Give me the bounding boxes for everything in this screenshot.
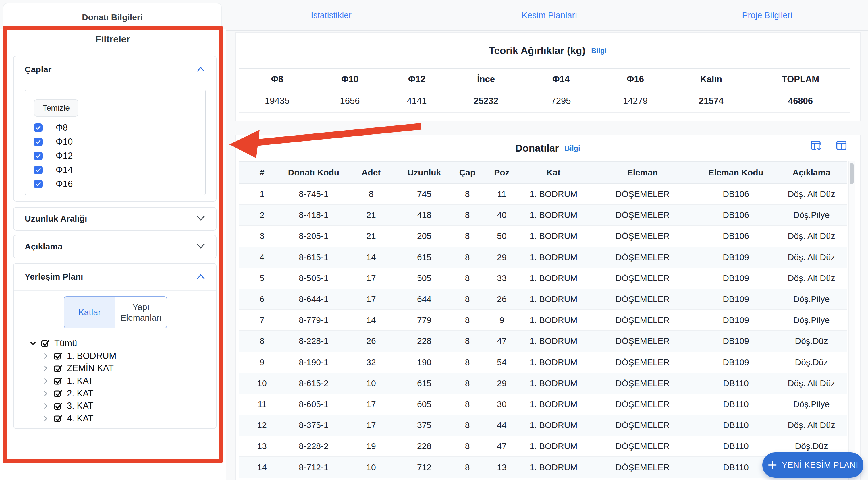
table-cell: 1 xyxy=(239,184,285,204)
scrollbar-thumb[interactable] xyxy=(849,163,854,184)
table-row[interactable]: 88-228-1262288471. BODRUMDÖŞEMELERDB109D… xyxy=(239,331,847,352)
table-cell: 8 xyxy=(448,373,486,393)
tree-checkbox-checked[interactable] xyxy=(54,376,62,385)
tree-item-label: ZEMİN KAT xyxy=(67,363,114,374)
table-row[interactable]: 38-205-1212058501. BODRUMDÖŞEMELERDB106D… xyxy=(239,226,847,247)
tree-item[interactable]: 1. BODRUM xyxy=(28,350,200,362)
table-cell: 505 xyxy=(400,268,448,289)
accordion-diameters: Çaplar Temizle Φ8Φ10Φ12Φ14Φ16 xyxy=(13,56,217,201)
rebar-column-header: # xyxy=(239,162,285,183)
table-cell: 11 xyxy=(239,394,285,415)
diameter-option[interactable]: Φ10 xyxy=(30,135,205,149)
checkbox-checked-icon[interactable] xyxy=(34,137,42,146)
tree-checkbox-checked[interactable] xyxy=(54,389,62,398)
table-row[interactable]: 68-644-1176448261. BODRUMDÖŞEMELERDB109D… xyxy=(239,289,847,310)
rebar-column-header: Kat xyxy=(518,162,589,183)
clear-filters-button[interactable]: Temizle xyxy=(34,99,79,117)
tab-donati-bilgileri[interactable]: Donatı Bilgileri xyxy=(3,3,222,31)
tree-checkbox-checked[interactable] xyxy=(54,364,62,373)
diameter-option[interactable]: Φ16 xyxy=(30,177,205,191)
table-cell: Döş.Pilye xyxy=(776,394,847,415)
table-cell: 615 xyxy=(400,247,448,267)
tree-item-root[interactable]: Tümü xyxy=(28,337,200,350)
table-cell: Döş. Alt Düz xyxy=(776,268,847,289)
table-cell: 375 xyxy=(400,415,448,436)
weights-table: Φ8Φ10Φ12İnceΦ14Φ16KalınTOPLAM 1943516564… xyxy=(239,68,850,113)
tree-checkbox-checked[interactable] xyxy=(54,402,62,411)
tree-item-label: 2. KAT xyxy=(67,388,93,399)
table-cell: 8 xyxy=(448,436,486,456)
chevron-up-icon xyxy=(196,65,205,74)
chevron-right-icon[interactable] xyxy=(41,415,51,422)
rebar-info-link[interactable]: Bilgi xyxy=(565,144,580,153)
chevron-right-icon[interactable] xyxy=(41,364,51,372)
checkbox-checked-icon[interactable] xyxy=(34,123,42,132)
diameter-option[interactable]: Φ12 xyxy=(30,149,205,163)
table-cell: 11 xyxy=(486,184,518,204)
table-row[interactable]: 108-615-2106158291. BODRUMDÖŞEMELERDB110… xyxy=(239,373,847,394)
tree-checkbox-checked[interactable] xyxy=(54,351,62,360)
nav-link-kesim-planlari[interactable]: Kesim Planları xyxy=(522,0,577,30)
table-row[interactable]: 18-745-187458111. BODRUMDÖŞEMELERDB106Dö… xyxy=(239,184,847,205)
table-row[interactable]: 78-779-114779891. BODRUMDÖŞEMELERDB109Dö… xyxy=(239,310,847,331)
table-row[interactable]: 148-712-1107128131. BODRUMDÖŞEMELERDB110… xyxy=(239,457,847,478)
checkbox-checked-icon[interactable] xyxy=(34,152,42,160)
table-cell: 9 xyxy=(239,352,285,373)
tree-item[interactable]: ZEMİN KAT xyxy=(28,362,200,375)
chevron-right-icon[interactable] xyxy=(41,402,51,410)
table-cell: DB109 xyxy=(696,352,776,373)
accordion-diameters-header[interactable]: Çaplar xyxy=(14,56,216,83)
tree-item[interactable]: 3. KAT xyxy=(28,399,200,412)
table-cell: DÖŞEMELER xyxy=(589,436,696,456)
diameter-option[interactable]: Φ8 xyxy=(30,121,205,135)
table-columns-icon[interactable] xyxy=(835,139,848,152)
table-row[interactable]: 118-605-1176058301. BODRUMDÖŞEMELERDB110… xyxy=(239,394,847,415)
nav-link-istatistikler[interactable]: İstatistikler xyxy=(311,0,351,30)
accordion-description-header[interactable]: Açıklama xyxy=(14,235,216,258)
table-row[interactable]: 128-375-1173758441. BODRUMDÖŞEMELERDB110… xyxy=(239,415,847,436)
table-cell: DÖŞEMELER xyxy=(589,247,696,267)
weights-column-header: TOPLAM xyxy=(751,69,850,90)
toggle-building-elements[interactable]: Yapı Elemanları xyxy=(116,297,166,328)
tree-checkbox-checked[interactable] xyxy=(54,414,62,423)
weights-column-header: Φ12 xyxy=(384,69,449,90)
table-row[interactable]: 58-505-1175058331. BODRUMDÖŞEMELERDB109D… xyxy=(239,268,847,289)
new-cutting-plan-button[interactable]: YENİ KESİM PLANI xyxy=(762,452,863,478)
tree-item[interactable]: 4. KAT xyxy=(28,412,200,425)
tree-checkbox-checked[interactable] xyxy=(41,339,50,348)
diameter-option[interactable]: Φ14 xyxy=(30,163,205,177)
plus-icon xyxy=(768,460,777,470)
toggle-floors[interactable]: Katlar xyxy=(64,297,116,328)
nav-link-proje-bilgileri[interactable]: Proje Bilgileri xyxy=(742,0,792,30)
table-cell: 17 xyxy=(342,268,400,289)
chevron-right-icon[interactable] xyxy=(41,390,51,397)
weights-info-link[interactable]: Bilgi xyxy=(591,46,607,55)
table-cell: 228 xyxy=(400,436,448,456)
table-scrollbar[interactable] xyxy=(848,161,855,480)
rebar-column-header: Eleman xyxy=(589,162,696,183)
chevron-right-icon[interactable] xyxy=(41,352,51,360)
accordion-length-range-header[interactable]: Uzunluk Aralığı xyxy=(14,207,216,230)
table-cell: 13 xyxy=(486,457,518,477)
chevron-expanded-icon[interactable] xyxy=(28,339,38,347)
filters-title: Filtreler xyxy=(3,34,223,45)
tree-item[interactable]: 1. KAT xyxy=(28,375,200,387)
table-cell: 8-205-1 xyxy=(285,226,342,246)
chevron-right-icon[interactable] xyxy=(41,377,51,385)
floors-tree: Tümü 1. BODRUMZEMİN KAT1. KAT2. KAT3. KA… xyxy=(28,337,200,425)
checkbox-checked-icon[interactable] xyxy=(34,166,42,174)
table-row[interactable]: 138-228-2192288471. BODRUMDÖŞEMELERDB110… xyxy=(239,436,847,457)
table-row[interactable]: 48-615-1146158291. BODRUMDÖŞEMELERDB109D… xyxy=(239,247,847,268)
table-cell: 9 xyxy=(486,310,518,330)
table-row[interactable]: 98-190-1321908541. BODRUMDÖŞEMELERDB109D… xyxy=(239,352,847,373)
table-cell: 1. BODRUM xyxy=(518,310,589,330)
accordion-layout-plan-header[interactable]: Yerleşim Planı xyxy=(14,263,216,290)
tree-item[interactable]: 2. KAT xyxy=(28,387,200,400)
accordion-diameters-title: Çaplar xyxy=(25,65,52,74)
table-cell: Döş.Pilye xyxy=(776,310,847,330)
table-row[interactable]: 28-418-1214188401. BODRUMDÖŞEMELERDB106D… xyxy=(239,205,847,226)
table-export-icon[interactable] xyxy=(810,139,823,152)
diameter-option-label: Φ8 xyxy=(56,123,68,133)
tree-item-label: 1. BODRUM xyxy=(67,351,116,361)
checkbox-checked-icon[interactable] xyxy=(34,180,42,188)
